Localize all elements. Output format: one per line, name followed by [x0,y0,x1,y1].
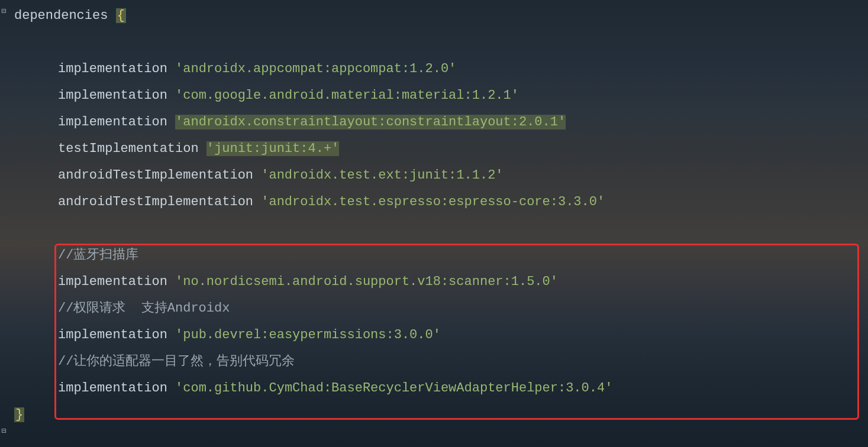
code-line-empty [14,29,868,56]
string-literal: 'androidx.test.ext:junit:1.1.2' [261,168,503,183]
code-line-empty [14,215,868,242]
code-line: //让你的适配器一目了然，告别代码冗余 [14,348,868,375]
code-line: implementation 'pub.devrel:easypermissio… [14,322,868,348]
fold-marker-bottom[interactable]: ⊟ [1,426,6,436]
comment: //让你的适配器一目了然，告别代码冗余 [58,354,295,369]
keyword: dependencies [14,8,108,23]
comment: //蓝牙扫描库 [58,248,138,263]
keyword: implementation [58,381,167,396]
fold-marker-top[interactable]: ⊟ [1,6,6,16]
string-literal: 'androidx.test.espresso:espresso-core:3.… [261,195,605,209]
code-line: } [14,401,868,428]
editor-gutter: ⊟ ⊟ [0,0,11,447]
code-line: implementation 'androidx.constraintlayou… [14,109,868,135]
string-literal: 'com.github.CymChad:BaseRecyclerViewAdap… [175,381,612,396]
code-line: androidTestImplementation 'androidx.test… [14,189,868,215]
keyword: implementation [58,274,167,289]
code-line: implementation 'androidx.appcompat:appco… [14,56,868,82]
keyword: implementation [58,61,167,76]
string-literal: 'pub.devrel:easypermissions:3.0.0' [175,328,441,342]
keyword: implementation [58,115,167,129]
keyword: implementation [58,328,167,342]
keyword: testImplementation [58,141,199,156]
code-line: //蓝牙扫描库 [14,242,868,268]
code-line: implementation 'com.github.CymChad:BaseR… [14,375,868,401]
code-line: implementation 'no.nordicsemi.android.su… [14,268,868,295]
code-line: testImplementation 'junit:junit:4.+' [14,135,868,162]
brace-close: } [14,407,24,422]
code-line: androidTestImplementation 'androidx.test… [14,162,868,189]
keyword: implementation [58,88,167,103]
string-literal: 'androidx.appcompat:appcompat:1.2.0' [175,61,456,76]
string-literal-highlighted: 'androidx.constraintlayout:constraintlay… [175,115,566,129]
keyword: androidTestImplementation [58,195,253,209]
code-line: //权限请求 支持Androidx [14,295,868,322]
code-editor[interactable]: dependencies { implementation 'androidx.… [0,0,868,428]
brace-open: { [116,8,126,23]
code-line: implementation 'com.google.android.mater… [14,82,868,109]
string-literal-highlighted: 'junit:junit:4.+' [206,141,339,156]
code-line: dependencies { [14,2,868,29]
string-literal: 'no.nordicsemi.android.support.v18:scann… [175,274,558,289]
keyword: androidTestImplementation [58,168,253,183]
comment: //权限请求 支持Androidx [58,301,230,316]
string-literal: 'com.google.android.material:material:1.… [175,88,519,103]
